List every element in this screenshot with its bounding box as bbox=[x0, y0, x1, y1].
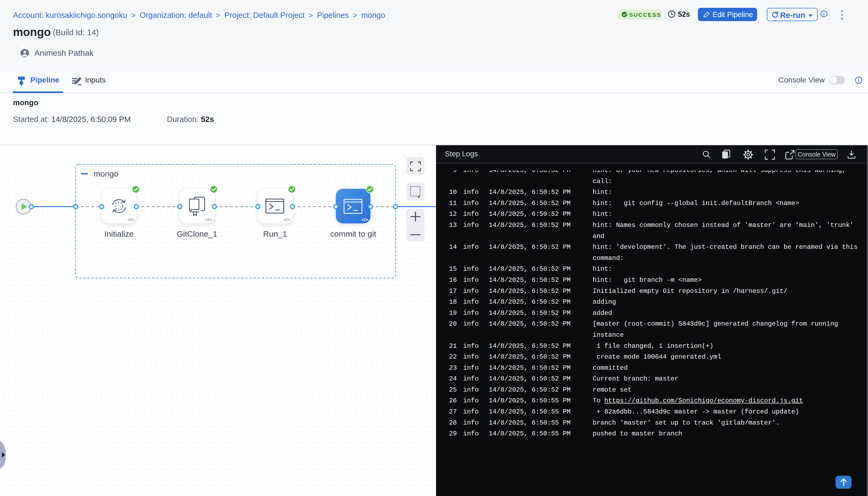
svg-text:</>: </> bbox=[283, 217, 290, 222]
svg-text:commit to git: commit to git bbox=[330, 229, 376, 238]
svg-text:mongo: mongo bbox=[94, 169, 119, 178]
svg-text:Run_1: Run_1 bbox=[263, 229, 287, 238]
svg-text:</>: </> bbox=[361, 217, 368, 222]
svg-text:Initialize: Initialize bbox=[104, 229, 134, 238]
svg-text:GitClone_1: GitClone_1 bbox=[176, 229, 217, 238]
svg-text:</>: </> bbox=[205, 217, 212, 222]
svg-text:</>: </> bbox=[127, 217, 134, 222]
